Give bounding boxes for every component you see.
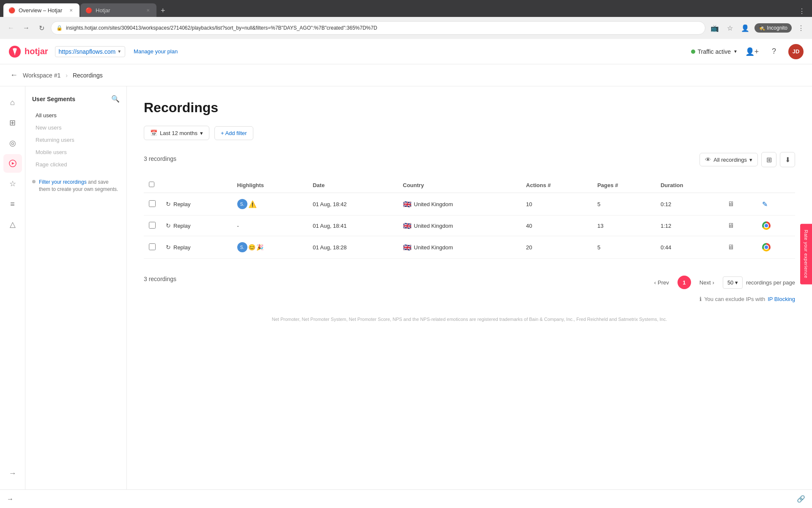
ip-blocking-link[interactable]: IP Blocking [768, 296, 795, 302]
bottom-bar: → 🔗 [0, 489, 812, 508]
replay-button-1[interactable]: ↻ Replay [166, 201, 227, 207]
per-page-value: 50 [727, 279, 733, 286]
grid-view-button[interactable]: ⊞ [761, 152, 776, 167]
col-date: Date [307, 177, 398, 193]
traffic-indicator[interactable]: Traffic active ▼ [691, 48, 738, 55]
menu-button[interactable]: ⋮ [795, 22, 807, 34]
filter-returning-users[interactable]: Returning users [32, 134, 120, 146]
sidebar-item-home[interactable]: ⌂ [3, 93, 22, 112]
tab-close-2[interactable]: ✕ [145, 7, 151, 14]
duration-1: 0:12 [656, 193, 722, 215]
flag-icon-1: 🇬🇧 [403, 200, 411, 208]
row-checkbox-1[interactable] [149, 200, 156, 207]
cast-button[interactable]: 📺 [709, 22, 721, 34]
next-page-button[interactable]: Next › [694, 277, 719, 288]
date-1: 01 Aug, 18:42 [307, 193, 398, 215]
url-display-text: https://snapflows.com [59, 48, 116, 55]
filter-all-users[interactable]: All users [32, 110, 120, 121]
warning-emoji-1: ⚠️ [248, 200, 257, 208]
pages-3: 5 [592, 236, 656, 259]
row-checkbox-2[interactable] [149, 222, 156, 229]
filter-rage-clicked[interactable]: Rage clicked [32, 159, 120, 170]
bottom-expand-icon[interactable]: → [7, 495, 14, 503]
inactive-tab[interactable]: 🔴 Hotjar ✕ [80, 3, 156, 17]
row-checkbox-3[interactable] [149, 243, 156, 250]
country-2: 🇬🇧 United Kingdom [403, 222, 516, 230]
country-3: 🇬🇧 United Kingdom [403, 243, 516, 251]
country-name-1: United Kingdom [414, 201, 453, 207]
highlights-2: - [232, 215, 308, 236]
traffic-dot-icon [691, 50, 695, 54]
sidebar-item-surveys[interactable]: ≡ [3, 195, 22, 213]
breadcrumb-workspace[interactable]: Workspace #1 [23, 72, 60, 79]
header-url-display[interactable]: https://snapflows.com ▼ [55, 46, 126, 57]
tab-close-1[interactable]: ✕ [68, 7, 74, 14]
replay-button-3[interactable]: ↻ Replay [166, 244, 227, 251]
add-user-button[interactable]: 👤+ [744, 44, 760, 59]
incognito-label: Incognito [767, 25, 787, 31]
download-button[interactable]: ⬇ [780, 152, 795, 167]
replay-icon-1: ↻ [166, 201, 171, 207]
actions-3: 20 [521, 236, 593, 259]
all-recordings-dropdown[interactable]: 👁 All recordings ▾ [700, 153, 758, 166]
prev-page-button[interactable]: ‹ Prev [649, 277, 674, 288]
eye-icon: 👁 [705, 156, 711, 163]
tab-menu-button[interactable]: ⋮ [795, 7, 809, 15]
sidebar-item-expand[interactable]: → [3, 464, 22, 483]
user-avatar[interactable]: JD [788, 44, 804, 59]
forward-button[interactable]: → [20, 22, 32, 34]
back-icon[interactable]: ← [10, 71, 18, 80]
active-tab[interactable]: 🔴 Overview – Hotjar ✕ [3, 3, 80, 17]
help-button[interactable]: ? [766, 44, 782, 59]
breadcrumb: ← Workspace #1 › Recordings [0, 64, 812, 86]
filter-hint-dot-icon [32, 180, 36, 183]
incognito-button[interactable]: 🕵 Incognito [754, 23, 792, 33]
filter-hint-link[interactable]: Filter your recordings [39, 179, 87, 185]
replay-button-2[interactable]: ↻ Replay [166, 222, 227, 229]
col-duration: Duration [656, 177, 722, 193]
new-tab-button[interactable]: + [157, 6, 169, 15]
date-2: 01 Aug, 18:41 [307, 215, 398, 236]
rate-experience-tab[interactable]: Rate your experience [800, 224, 812, 284]
hotjar-logo[interactable]: hotjar [8, 45, 48, 58]
select-all-checkbox[interactable] [149, 182, 154, 187]
filter-mobile-users[interactable]: Mobile users [32, 146, 120, 158]
filter-new-users[interactable]: New users [32, 122, 120, 133]
current-page-number: 1 [678, 276, 691, 289]
add-filter-button[interactable]: + Add filter [214, 126, 253, 140]
hotjar-logo-icon [8, 45, 21, 58]
filter-sidebar: User Segments 🔍 All users New users Retu… [25, 86, 127, 489]
table-row: ↻ Replay S. ⚠️ 01 Aug, 18:42 [144, 193, 795, 215]
sidebar-item-dashboard[interactable]: ⊞ [3, 113, 22, 132]
sidebar-item-recordings[interactable] [3, 154, 22, 173]
browser-tabs: 🔴 Overview – Hotjar ✕ 🔴 Hotjar ✕ + ⋮ [0, 0, 812, 17]
bookmark-button[interactable]: ☆ [724, 22, 736, 34]
reload-button[interactable]: ↻ [36, 22, 47, 34]
recordings-table: Highlights Date Country Actions # Pages … [144, 177, 795, 259]
per-page-selector[interactable]: 50 ▾ [723, 276, 743, 289]
filter-search-icon[interactable]: 🔍 [111, 95, 120, 103]
profile-button[interactable]: 👤 [739, 22, 751, 34]
sidebar-item-feedback[interactable]: ☆ [3, 174, 22, 193]
address-bar[interactable]: 🔒 insights.hotjar.com/sites/3090413/work… [51, 21, 705, 35]
sidebar-item-funnels[interactable]: △ [3, 215, 22, 234]
tab-label-2: Hotjar [96, 7, 110, 14]
prev-chevron-icon: ‹ [654, 279, 656, 286]
chrome-icon-3 [762, 243, 771, 251]
filter-sidebar-header: User Segments 🔍 [32, 95, 120, 103]
device-icon-3: 🖥 [727, 243, 734, 251]
date-filter-button[interactable]: 📅 Last 12 months ▾ [144, 126, 209, 140]
main-layout: ⌂ ⊞ ◎ ☆ ≡ △ → User Segments 🔍 All users [0, 86, 812, 489]
sidebar-item-heatmaps[interactable]: ◎ [3, 134, 22, 152]
filter-hint-text: Filter your recordings and save them to … [39, 179, 120, 193]
next-chevron-icon: › [713, 279, 714, 286]
pagination-controls: ‹ Prev 1 Next › 50 ▾ recordings per page [649, 276, 795, 289]
per-page-chevron-icon: ▾ [735, 279, 738, 286]
replay-label-3: Replay [173, 244, 190, 251]
country-1: 🇬🇧 United Kingdom [403, 200, 516, 208]
bottom-link-icon[interactable]: 🔗 [797, 495, 805, 503]
manage-plan-link[interactable]: Manage your plan [134, 48, 178, 55]
edit-icon-1[interactable]: ✎ [762, 200, 768, 208]
recordings-count-top: 3 recordings [144, 155, 176, 162]
back-button[interactable]: ← [5, 22, 17, 34]
